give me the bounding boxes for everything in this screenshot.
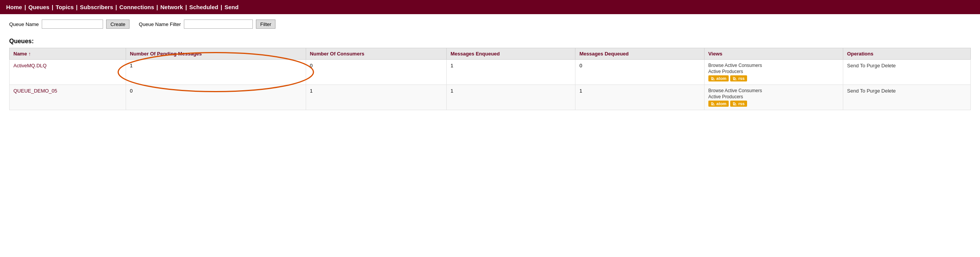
feed-icon: [711, 101, 715, 106]
table-row: ActiveMQ.DLQ1010Browse Active ConsumersA…: [10, 60, 971, 85]
create-button[interactable]: Create: [106, 20, 129, 29]
browse-active-consumers-link[interactable]: Browse Active Consumers: [708, 63, 839, 68]
cell-consumers: 0: [306, 60, 446, 85]
purge-link[interactable]: Purge: [867, 63, 880, 68]
cell-operations: Send To Purge Delete: [843, 85, 971, 110]
queues-heading: Queues:: [0, 34, 980, 46]
send-link[interactable]: Send To: [847, 88, 865, 94]
cell-views: Browse Active ConsumersActive Producersa…: [704, 85, 843, 110]
col-name[interactable]: Name ↑: [10, 48, 126, 60]
nav-separator: |: [115, 4, 117, 10]
filter-input[interactable]: [184, 20, 253, 29]
queue-name-label: Queue Name: [9, 21, 39, 27]
svg-point-2: [711, 104, 712, 106]
nav-item-scheduled[interactable]: Scheduled: [189, 4, 218, 10]
nav-item-connections[interactable]: Connections: [119, 4, 154, 10]
queue-name-link[interactable]: ActiveMQ.DLQ: [13, 63, 47, 68]
cell-dequeued: 0: [575, 60, 704, 85]
atom-badge[interactable]: atom: [708, 101, 729, 107]
rss-icon: [733, 76, 737, 81]
nav-separator: |: [25, 4, 26, 10]
cell-name: ActiveMQ.DLQ: [10, 60, 126, 85]
cell-consumers: 1: [306, 85, 446, 110]
active-producers-link[interactable]: Active Producers: [708, 69, 839, 74]
nav-item-topics[interactable]: Topics: [56, 4, 74, 10]
queue-name-input[interactable]: [42, 20, 103, 29]
nav-item-subscribers[interactable]: Subscribers: [80, 4, 113, 10]
cell-enqueued: 1: [446, 60, 575, 85]
atom-badge[interactable]: atom: [708, 75, 729, 81]
col-dequeued: Messages Dequeued: [575, 48, 704, 60]
table-header: Name ↑ Number Of Pending Messages Number…: [10, 48, 971, 60]
nav-separator: |: [156, 4, 158, 10]
col-views: Views: [704, 48, 843, 60]
nav-separator: |: [185, 4, 187, 10]
nav-item-home[interactable]: Home: [6, 4, 22, 10]
feed-icon: [711, 76, 715, 81]
nav-item-network[interactable]: Network: [161, 4, 183, 10]
col-pending: Number Of Pending Messages: [126, 48, 306, 60]
cell-views: Browse Active ConsumersActive Producersa…: [704, 60, 843, 85]
queues-table: Name ↑ Number Of Pending Messages Number…: [9, 48, 971, 110]
form-row: Queue Name Create Queue Name Filter Filt…: [0, 14, 980, 34]
cell-pending: 1: [126, 60, 306, 85]
cell-operations: Send To Purge Delete: [843, 60, 971, 85]
filter-button[interactable]: Filter: [256, 20, 275, 29]
col-enqueued: Messages Enqueued: [446, 48, 575, 60]
delete-link[interactable]: Delete: [882, 63, 896, 68]
active-producers-link[interactable]: Active Producers: [708, 94, 839, 99]
table-row: QUEUE_DEMO_050111Browse Active Consumers…: [10, 85, 971, 110]
col-consumers: Number Of Consumers: [306, 48, 446, 60]
cell-pending: 0: [126, 85, 306, 110]
cell-enqueued: 1: [446, 85, 575, 110]
svg-point-3: [733, 104, 734, 106]
nav-item-send[interactable]: Send: [225, 4, 239, 10]
svg-point-0: [711, 79, 712, 80]
cell-dequeued: 1: [575, 85, 704, 110]
purge-link[interactable]: Purge: [867, 88, 880, 94]
browse-active-consumers-link[interactable]: Browse Active Consumers: [708, 88, 839, 93]
table-wrapper: Name ↑ Number Of Pending Messages Number…: [0, 46, 980, 118]
badge-row: atomrss: [708, 75, 839, 81]
filter-label: Queue Name Filter: [139, 21, 181, 27]
nav-separator: |: [221, 4, 222, 10]
nav-separator: |: [52, 4, 53, 10]
table-body: ActiveMQ.DLQ1010Browse Active ConsumersA…: [10, 60, 971, 110]
rss-badge[interactable]: rss: [730, 75, 747, 81]
svg-point-1: [733, 79, 734, 80]
rss-icon: [733, 101, 737, 106]
delete-link[interactable]: Delete: [882, 88, 896, 94]
send-link[interactable]: Send To: [847, 63, 865, 68]
badge-row: atomrss: [708, 101, 839, 107]
nav-separator: |: [76, 4, 77, 10]
col-operations: Operations: [843, 48, 971, 60]
rss-badge[interactable]: rss: [730, 101, 747, 107]
cell-name: QUEUE_DEMO_05: [10, 85, 126, 110]
queue-name-link[interactable]: QUEUE_DEMO_05: [13, 88, 57, 94]
navbar: Home | Queues | Topics | Subscribers | C…: [0, 0, 980, 14]
nav-item-queues[interactable]: Queues: [28, 4, 49, 10]
